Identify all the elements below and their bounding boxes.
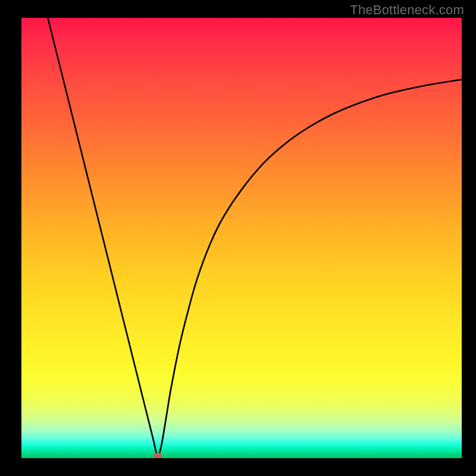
bottleneck-curve	[48, 18, 462, 456]
plot-area	[21, 18, 462, 458]
optimum-marker	[154, 453, 162, 458]
chart-svg	[21, 18, 462, 458]
chart-container: TheBottleneck.com	[0, 0, 476, 476]
watermark-text: TheBottleneck.com	[350, 2, 464, 18]
